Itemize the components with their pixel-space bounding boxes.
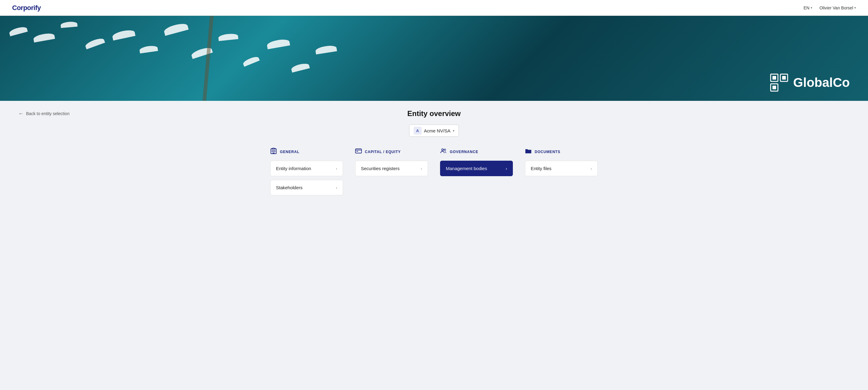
chevron-down-icon: ▾ [811, 6, 812, 9]
folder-icon [525, 148, 532, 156]
nav-item-label: Stakeholders [276, 185, 303, 190]
entity-pill[interactable]: A Acme NV/SA ▾ [409, 124, 459, 137]
svg-point-21 [444, 149, 445, 150]
nav-item-entity-files[interactable]: Entity files› [525, 161, 598, 176]
category-header-general: GENERAL [270, 148, 343, 156]
category-title-governance: GOVERNANCE [450, 150, 478, 154]
nav-item-entity-information[interactable]: Entity information› [270, 161, 343, 176]
top-navigation: Corporify EN ▾ Olivier Van Borsel ▾ [0, 0, 868, 16]
chevron-right-icon: › [336, 185, 337, 190]
entity-selector: A Acme NV/SA ▾ [0, 124, 868, 137]
svg-rect-13 [273, 153, 275, 154]
chevron-right-icon: › [336, 166, 337, 171]
banner-background: GlobalCo [0, 16, 868, 101]
language-selector[interactable]: EN ▾ [804, 5, 812, 10]
entity-avatar: A [414, 127, 422, 135]
brand-name-label: GlobalCo [793, 75, 850, 90]
user-name-label: Olivier Van Borsel [819, 5, 853, 10]
svg-rect-9 [275, 150, 275, 151]
back-label: Back to entity selection [26, 111, 69, 116]
chevron-down-icon: ▾ [453, 129, 454, 133]
nav-item-securities-registers[interactable]: Securities registers› [355, 161, 428, 176]
svg-point-19 [442, 149, 443, 151]
svg-rect-12 [275, 151, 275, 152]
svg-rect-11 [273, 151, 274, 152]
page-header: ← Back to entity selection Entity overvi… [0, 101, 868, 121]
entity-name-label: Acme NV/SA [424, 128, 451, 133]
svg-rect-1 [772, 76, 776, 80]
brand-overlay: GlobalCo [770, 74, 850, 92]
svg-rect-3 [782, 76, 786, 80]
category-general: GENERALEntity information›Stakeholders› [270, 148, 343, 195]
nav-item-management-bodies[interactable]: Management bodies› [440, 161, 513, 176]
category-governance: GOVERNANCEManagement bodies› [440, 148, 513, 195]
chevron-down-icon: ▾ [854, 6, 856, 9]
card-icon [355, 148, 362, 156]
globalco-logo-icon [770, 74, 788, 92]
category-capital-equity: CAPITAL / EQUITYSecurities registers› [355, 148, 428, 195]
category-title-general: GENERAL [280, 150, 299, 154]
category-header-capital-equity: CAPITAL / EQUITY [355, 148, 428, 156]
svg-rect-8 [273, 150, 274, 151]
app-logo: Corporify [12, 4, 41, 12]
svg-rect-7 [272, 150, 273, 151]
category-header-documents: DOCUMENTS [525, 148, 598, 156]
chevron-right-icon: › [505, 166, 507, 171]
back-arrow-icon: ← [18, 111, 24, 117]
page-title: Entity overview [407, 109, 461, 118]
svg-rect-5 [772, 86, 776, 89]
nav-right: EN ▾ Olivier Van Borsel ▾ [804, 5, 856, 10]
user-menu[interactable]: Olivier Van Borsel ▾ [819, 5, 856, 10]
page-content: ← Back to entity selection Entity overvi… [0, 101, 868, 390]
svg-rect-16 [355, 149, 362, 153]
category-header-governance: GOVERNANCE [440, 148, 513, 156]
nav-item-label: Management bodies [446, 166, 487, 171]
category-documents: DOCUMENTSEntity files› [525, 148, 598, 195]
chevron-right-icon: › [590, 166, 592, 171]
svg-rect-10 [272, 151, 273, 152]
building-icon [270, 148, 277, 156]
nav-item-label: Entity information [276, 166, 311, 171]
nav-item-stakeholders[interactable]: Stakeholders› [270, 180, 343, 195]
chevron-right-icon: › [421, 166, 422, 171]
back-to-entity-link[interactable]: ← Back to entity selection [18, 111, 69, 117]
svg-rect-18 [356, 151, 358, 151]
category-title-documents: DOCUMENTS [535, 150, 560, 154]
categories-grid: GENERALEntity information›Stakeholders› … [252, 148, 616, 195]
nav-item-label: Securities registers [361, 166, 400, 171]
category-title-capital-equity: CAPITAL / EQUITY [365, 150, 401, 154]
language-label: EN [804, 5, 809, 10]
hero-banner: GlobalCo [0, 16, 868, 101]
people-icon [440, 148, 447, 156]
nav-item-label: Entity files [531, 166, 551, 171]
